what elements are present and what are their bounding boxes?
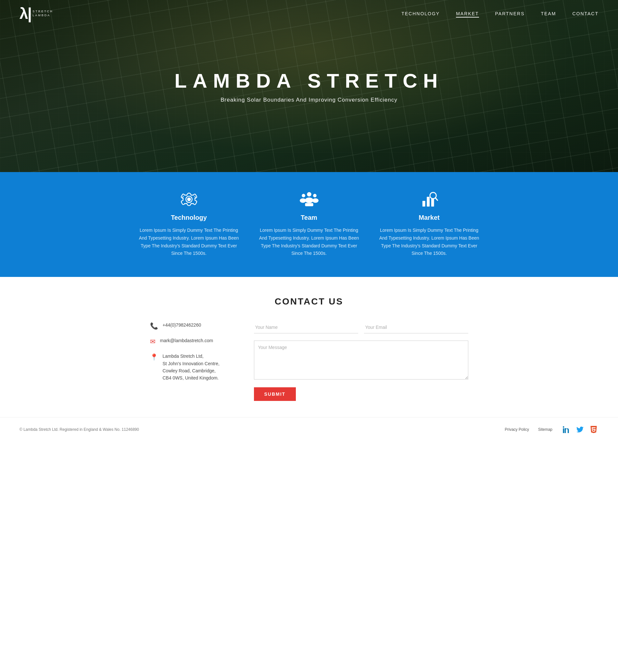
contact-info: 📞 +44(0)7982462260 ✉ mark@lambdastretch.… — [150, 321, 241, 401]
email-address: mark@lambdastretch.com — [160, 337, 213, 344]
address-text: Lambda Stretch Ltd, St John's Innovation… — [163, 353, 219, 382]
footer: © Lambda Stretch Ltd. Registered in Engl… — [0, 417, 618, 442]
nav-links: TECHNOLOGY MARKET PARTNERS TEAM CONTACT — [401, 11, 599, 17]
phone-number: +44(0)7982462260 — [163, 321, 201, 329]
technology-title: Technology — [139, 214, 239, 221]
navigation: λ| STRETCHLAMBDA TECHNOLOGY MARKET PARTN… — [0, 0, 618, 27]
contact-title: CONTACT US — [19, 297, 599, 307]
svg-point-3 — [302, 194, 305, 197]
social-icons — [561, 425, 599, 434]
technology-icon — [180, 190, 198, 209]
team-icon — [300, 190, 319, 209]
nav-partners[interactable]: PARTNERS — [495, 11, 525, 16]
technology-card: Technology Lorem Ipsum Is Simply Dummy T… — [129, 190, 249, 257]
svg-rect-9 — [427, 197, 430, 207]
nav-team[interactable]: TEAM — [541, 11, 556, 16]
market-text: Lorem Ipsum Is Simply Dummy Text The Pri… — [379, 227, 480, 257]
svg-rect-8 — [422, 201, 425, 207]
twitter-icon[interactable] — [575, 425, 585, 434]
name-input[interactable] — [254, 321, 358, 333]
svg-point-2 — [305, 197, 313, 203]
sitemap-link[interactable]: Sitemap — [538, 427, 552, 432]
svg-point-0 — [187, 197, 191, 201]
contact-form: SUBMIT — [254, 321, 468, 401]
team-title: Team — [259, 214, 359, 221]
logo-text: STRETCHLAMBDA — [32, 10, 53, 17]
contact-body: 📞 +44(0)7982462260 ✉ mark@lambdastretch.… — [150, 321, 468, 401]
email-row: ✉ mark@lambdastretch.com — [150, 337, 241, 345]
nav-technology[interactable]: TECHNOLOGY — [401, 11, 440, 16]
footer-copyright: © Lambda Stretch Ltd. Registered in Engl… — [19, 427, 139, 432]
footer-links: Privacy Policy Sitemap — [505, 425, 599, 434]
location-icon: 📍 — [150, 353, 158, 361]
features-section: Technology Lorem Ipsum Is Simply Dummy T… — [0, 172, 618, 277]
svg-line-12 — [435, 198, 437, 200]
svg-point-1 — [307, 192, 311, 197]
form-name-email-row — [254, 321, 468, 333]
contact-section: CONTACT US 📞 +44(0)7982462260 ✉ mark@lam… — [0, 277, 618, 417]
svg-rect-7 — [305, 203, 313, 207]
email-icon: ✉ — [150, 338, 156, 345]
svg-point-4 — [300, 198, 306, 203]
technology-text: Lorem Ipsum Is Simply Dummy Text The Pri… — [139, 227, 239, 257]
hero-subtitle: Breaking Solar Boundaries And Improving … — [220, 97, 398, 103]
team-text: Lorem Ipsum Is Simply Dummy Text The Pri… — [259, 227, 359, 257]
nav-contact[interactable]: CONTACT — [572, 11, 599, 16]
svg-point-5 — [313, 194, 317, 197]
team-card: Team Lorem Ipsum Is Simply Dummy Text Th… — [249, 190, 369, 257]
svg-rect-10 — [431, 199, 434, 207]
market-icon — [420, 190, 439, 209]
html5-icon[interactable] — [589, 425, 599, 434]
market-title: Market — [379, 214, 480, 221]
hero-title: LAMBDA STRETCH — [174, 69, 443, 92]
logo-symbol: λ| — [19, 6, 31, 21]
message-input[interactable] — [254, 341, 468, 379]
market-card: Market Lorem Ipsum Is Simply Dummy Text … — [369, 190, 489, 257]
phone-icon: 📞 — [150, 322, 158, 330]
email-input[interactable] — [364, 321, 468, 333]
logo[interactable]: λ| STRETCHLAMBDA — [19, 6, 53, 21]
svg-point-6 — [312, 198, 318, 203]
submit-button[interactable]: SUBMIT — [254, 387, 296, 401]
privacy-policy-link[interactable]: Privacy Policy — [505, 427, 529, 432]
address-row: 📍 Lambda Stretch Ltd, St John's Innovati… — [150, 353, 241, 382]
linkedin-icon[interactable] — [561, 425, 571, 434]
nav-market[interactable]: MARKET — [456, 11, 479, 17]
phone-row: 📞 +44(0)7982462260 — [150, 321, 241, 330]
